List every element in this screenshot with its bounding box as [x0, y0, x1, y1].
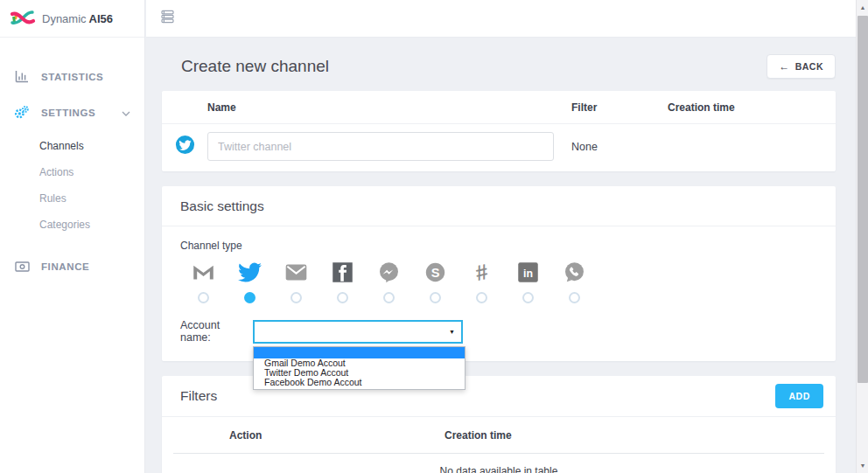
- email-radio[interactable]: [290, 292, 302, 303]
- channel-table-card: Name Filter Creation time: [162, 91, 836, 171]
- scrollbar-up-icon[interactable]: ▲: [857, 0, 868, 15]
- facebook-radio[interactable]: [337, 292, 348, 303]
- chevron-down-icon: [122, 108, 130, 118]
- email-icon: [284, 261, 308, 284]
- channel-name-input[interactable]: [207, 132, 554, 161]
- channel-table-header: Name Filter Creation time: [162, 91, 836, 124]
- sidebar-item-statistics[interactable]: STATISTICS: [0, 59, 144, 94]
- select-arrow-icon: ▼: [449, 329, 455, 335]
- logo: DynamicAI56: [0, 0, 144, 38]
- topbar: [146, 0, 856, 38]
- back-arrow-icon: ←: [779, 62, 790, 71]
- sidebar-item-actions[interactable]: Actions: [39, 159, 144, 185]
- settings-subnav: Channels Actions Rules Categories: [0, 130, 144, 245]
- sidebar-item-categories[interactable]: Categories: [39, 212, 144, 238]
- scrollbar-thumb[interactable]: [858, 16, 868, 383]
- filters-table-header: Action Creation time: [162, 417, 836, 453]
- channel-type-facebook[interactable]: [319, 261, 366, 303]
- column-header-name: Name: [207, 101, 571, 114]
- sidebar-nav: STATISTICS SETTINGS Channels Actions Rul…: [0, 38, 144, 283]
- basic-settings-card: Basic settings Channel type: [162, 186, 836, 361]
- sidebar-item-label: FINANCE: [41, 261, 89, 272]
- sidebar-item-label: STATISTICS: [41, 72, 103, 82]
- sidebar-item-finance[interactable]: FINANCE: [0, 250, 144, 283]
- column-header-creation-time: Creation time: [668, 101, 836, 114]
- twitter-icon: [238, 261, 262, 284]
- account-name-label: Account name:: [180, 319, 253, 344]
- column-header-action: Action: [229, 429, 444, 442]
- add-filter-button[interactable]: ADD: [775, 384, 823, 408]
- sidebar-item-rules[interactable]: Rules: [39, 185, 144, 212]
- slack-radio[interactable]: [476, 292, 487, 303]
- back-button[interactable]: ← BACK: [766, 54, 836, 79]
- whatsapp-icon: [563, 261, 586, 284]
- channel-type-skype[interactable]: S: [412, 261, 458, 303]
- facebook-icon: [331, 261, 354, 284]
- twitter-avatar-icon: [175, 135, 195, 158]
- messenger-icon: [377, 261, 401, 284]
- column-header-filter-creation-time: Creation time: [444, 429, 836, 442]
- main-area: Create new channel ← BACK Name Filter Cr…: [146, 0, 856, 473]
- scrollbar[interactable]: ▲ ▼: [856, 0, 868, 473]
- money-icon: [14, 261, 30, 273]
- sidebar: DynamicAI56 STATISTICS SETTINGS: [0, 0, 145, 473]
- slack-icon: #: [470, 261, 494, 284]
- empty-table-message: No data available in table: [162, 454, 836, 473]
- skype-icon: S: [424, 261, 447, 284]
- gmail-radio[interactable]: [198, 292, 209, 303]
- channel-type-messenger[interactable]: [366, 261, 412, 303]
- channel-type-label: Channel type: [180, 240, 817, 252]
- filters-title: Filters: [180, 384, 217, 408]
- filters-card: Filters ADD Action Creation time No data…: [162, 376, 836, 473]
- basic-settings-title: Basic settings: [162, 186, 836, 226]
- brand-name: DynamicAI56: [42, 12, 113, 25]
- column-header-filter: Filter: [571, 101, 668, 114]
- account-name-select[interactable]: ▼: [253, 320, 463, 344]
- scrollbar-down-icon[interactable]: ▼: [857, 458, 868, 473]
- filter-value: None: [571, 141, 668, 153]
- svg-text:S: S: [431, 266, 440, 280]
- svg-text:in: in: [523, 268, 533, 280]
- gears-icon: [14, 105, 30, 120]
- account-select-dropdown: Gmail Demo Accout Twitter Demo Accout Fa…: [253, 346, 466, 390]
- linkedin-icon: in: [516, 261, 540, 284]
- channel-type-slack[interactable]: #: [458, 261, 505, 303]
- sidebar-item-settings[interactable]: SETTINGS: [0, 94, 144, 130]
- page-content: Create new channel ← BACK Name Filter Cr…: [146, 54, 856, 473]
- list-menu-icon[interactable]: [161, 10, 175, 27]
- sidebar-item-channels[interactable]: Channels: [39, 133, 144, 159]
- linkedin-radio[interactable]: [522, 292, 534, 303]
- channel-table-row: None: [162, 124, 836, 171]
- channel-type-email[interactable]: [273, 261, 319, 303]
- gmail-icon: [192, 261, 215, 284]
- channel-type-gmail[interactable]: [180, 261, 227, 303]
- channel-type-twitter[interactable]: [227, 261, 273, 303]
- channel-type-whatsapp[interactable]: [551, 261, 598, 303]
- twitter-radio[interactable]: [244, 292, 256, 303]
- svg-text:#: #: [473, 261, 490, 284]
- channel-type-linkedin[interactable]: in: [505, 261, 551, 303]
- page-title: Create new channel: [181, 57, 329, 76]
- whatsapp-radio[interactable]: [569, 292, 580, 303]
- messenger-radio[interactable]: [383, 292, 395, 303]
- brand-logo-icon: [9, 6, 37, 31]
- account-name-row: Account name: ▼ Gmail Demo Accout Twitte…: [180, 319, 817, 344]
- bar-chart-icon: [14, 70, 30, 84]
- skype-radio[interactable]: [430, 292, 441, 303]
- page-header: Create new channel ← BACK: [162, 54, 836, 79]
- dropdown-option-facebook[interactable]: Facebook Demo Accout: [254, 378, 465, 387]
- channel-type-options: S # in: [180, 261, 817, 303]
- sidebar-item-label: SETTINGS: [41, 108, 95, 118]
